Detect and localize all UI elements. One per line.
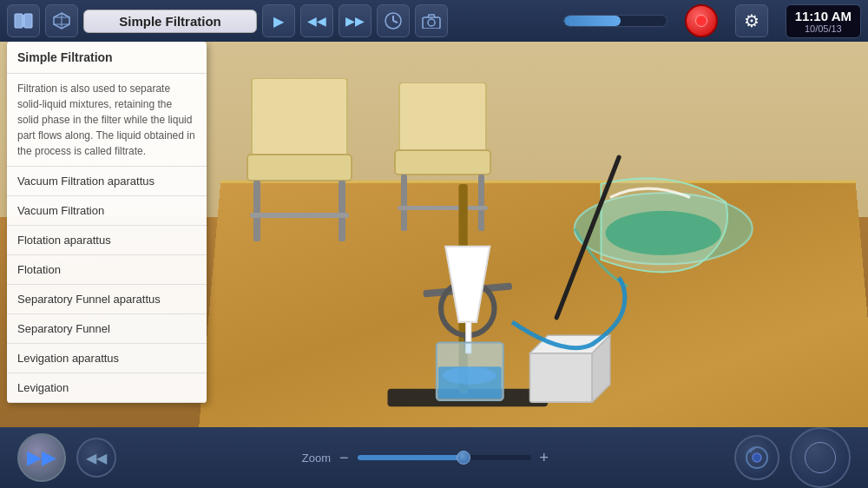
sidebar-title: Simple Filtration bbox=[7, 42, 207, 74]
svg-point-38 bbox=[428, 19, 435, 26]
joystick-control[interactable] bbox=[790, 427, 851, 488]
record-button[interactable] bbox=[685, 4, 718, 37]
joystick-inner bbox=[805, 442, 836, 473]
date-value: 10/05/13 bbox=[795, 23, 852, 34]
time-value: 11:10 AM bbox=[795, 9, 852, 23]
sidebar-item-0[interactable]: Vacuum Filtration aparattus bbox=[7, 167, 207, 196]
zoom-label: Zoom bbox=[302, 452, 331, 465]
sidebar-item-2[interactable]: Flotation aparattus bbox=[7, 226, 207, 255]
svg-rect-21 bbox=[530, 353, 593, 402]
back-button[interactable]: ◀◀ bbox=[76, 438, 116, 478]
play-button[interactable]: ▶ bbox=[262, 4, 295, 37]
zoom-minus[interactable]: − bbox=[339, 449, 349, 467]
rewind-button[interactable]: ◀◀ bbox=[300, 4, 333, 37]
svg-line-36 bbox=[393, 21, 398, 23]
sidebar-item-5[interactable]: Separatory Funnel bbox=[7, 314, 207, 344]
sidebar-item-1[interactable]: Vacuum Filtration bbox=[7, 196, 207, 226]
svg-point-20 bbox=[443, 366, 496, 385]
camera-rotate-button[interactable] bbox=[734, 435, 779, 480]
svg-rect-27 bbox=[15, 14, 23, 28]
forward-button[interactable]: ▶▶ bbox=[339, 4, 372, 37]
svg-point-40 bbox=[753, 453, 761, 462]
sidebar-item-3[interactable]: Flotation bbox=[7, 255, 207, 285]
lesson-title: Simple Filtration bbox=[83, 10, 257, 33]
bottom-bar: ▶▶ ◀◀ Zoom − + bbox=[0, 427, 868, 488]
sidebar: Simple Filtration Filtration is also use… bbox=[7, 42, 207, 403]
clock-button[interactable] bbox=[377, 4, 410, 37]
time-display: 11:10 AM 10/05/13 bbox=[786, 4, 861, 38]
zoom-plus[interactable]: + bbox=[540, 449, 549, 467]
settings-button[interactable]: ⚙ bbox=[735, 4, 768, 37]
sidebar-item-6[interactable]: Levigation aparattus bbox=[7, 344, 207, 373]
svg-marker-16 bbox=[445, 247, 490, 322]
sidebar-item-7[interactable]: Levigation bbox=[7, 373, 207, 403]
fast-play-button[interactable]: ▶▶ bbox=[17, 433, 66, 482]
sidebar-description: Filtration is also used to separate soli… bbox=[7, 74, 207, 167]
zoom-section: Zoom − + bbox=[116, 449, 734, 467]
svg-rect-28 bbox=[24, 14, 32, 28]
zoom-slider[interactable] bbox=[358, 455, 531, 460]
svg-point-25 bbox=[606, 211, 721, 255]
sidebar-item-4[interactable]: Separatory Funnel aparattus bbox=[7, 285, 207, 314]
svg-rect-3 bbox=[253, 181, 260, 241]
book-button[interactable] bbox=[7, 4, 40, 37]
camera-button[interactable] bbox=[415, 4, 448, 37]
toolbar: Simple Filtration ▶ ◀◀ ▶▶ ⚙ 11:10 AM 10/… bbox=[0, 0, 868, 42]
progress-bar[interactable] bbox=[563, 15, 667, 27]
cube-button[interactable] bbox=[45, 4, 78, 37]
